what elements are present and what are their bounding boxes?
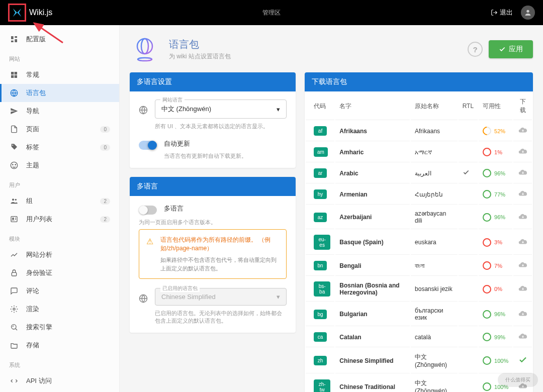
svg-point-14: [13, 164, 13, 165]
progress-ring: [483, 148, 491, 156]
download-button[interactable]: [513, 303, 532, 326]
auto-update-toggle[interactable]: [139, 141, 157, 150]
svg-rect-6: [11, 72, 14, 74]
table-row: zhChinese Simplified中文 (Zhōngwén)100%: [306, 348, 532, 373]
download-button[interactable]: [513, 142, 532, 162]
availability-pct: 7%: [494, 263, 502, 269]
svg-line-1: [34, 23, 63, 43]
chart-icon: [9, 250, 19, 260]
page-title: 语言包: [169, 38, 231, 51]
download-button[interactable]: [513, 277, 532, 302]
sidebar-item[interactable]: 网站分析: [0, 246, 119, 264]
tag-icon: [9, 142, 19, 152]
download-button[interactable]: [513, 163, 532, 183]
sidebar-item[interactable]: 用户列表2: [0, 210, 119, 228]
svg-line-25: [16, 329, 17, 330]
count-badge: 2: [100, 216, 110, 223]
lang-name: Arabic: [335, 163, 410, 183]
site-language-select[interactable]: 网站语言 中文 (Zhōngwén) ▾: [155, 100, 287, 119]
lang-native: bosanski jezik: [411, 277, 458, 302]
svg-point-30: [138, 58, 152, 61]
warning-icon: ⚠: [146, 237, 153, 272]
language-icon: [139, 294, 148, 305]
multilang-toggle[interactable]: [139, 206, 157, 215]
sidebar-item[interactable]: API 访问: [0, 372, 119, 390]
table-row: bs-baBosnian (Bosnia and Herzegovina)bos…: [306, 277, 532, 302]
lang-rtl: [459, 206, 478, 229]
help-button[interactable]: ?: [468, 42, 483, 57]
progress-ring: [483, 310, 491, 319]
download-button[interactable]: [513, 327, 532, 347]
download-button[interactable]: [513, 348, 532, 373]
lang-rtl: [459, 327, 478, 347]
availability-pct: 52%: [494, 128, 505, 134]
sidebar-item[interactable]: 组2: [0, 192, 119, 210]
availability-pct: 1%: [494, 149, 502, 155]
lang-rtl: [459, 163, 478, 183]
avatar[interactable]: [521, 6, 535, 20]
sidebar-item[interactable]: 评论: [0, 282, 119, 300]
download-button[interactable]: [513, 184, 532, 205]
lang-table: 代码 名字 原始名称 RTL 可用性 下载 afAfrikaansAfrikaa…: [305, 91, 533, 392]
download-button[interactable]: [513, 230, 532, 255]
warning-box: ⚠ 语言包代码将作为所有路径的前缀。 （例如/zh/page-name） 如果路…: [139, 229, 287, 279]
lang-code: bn: [314, 261, 327, 270]
lang-name: Bosnian (Bosnia and Herzegovina): [335, 277, 410, 302]
svg-point-12: [12, 145, 13, 146]
app-logo[interactable]: [8, 4, 26, 22]
settings-card-title: 多语言设置: [130, 72, 296, 91]
page-icon: [9, 124, 19, 134]
enabled-langs-select: 已启用的语言包 Chinese Simplified ▾: [155, 288, 287, 306]
sidebar-item[interactable]: 常规: [0, 66, 119, 84]
api-icon: [9, 376, 19, 386]
sidebar-item[interactable]: 主题: [0, 156, 119, 174]
lang-native: 中文 (Zhōngwén): [411, 348, 458, 373]
lang-native: azərbaycan dili: [411, 206, 458, 229]
lang-rtl: [459, 348, 478, 373]
sidebar-item[interactable]: 渲染: [0, 300, 119, 318]
progress-ring: [483, 238, 491, 247]
lang-code: af: [314, 126, 327, 136]
sidebar-item[interactable]: 语言包: [0, 84, 119, 102]
topbar: Wiki.js 管理区 退出: [0, 0, 543, 25]
lang-code: hy: [314, 189, 327, 199]
progress-ring: [483, 213, 491, 222]
sidebar-item[interactable]: 搜索引擎: [0, 318, 119, 336]
lang-native: বাংলা: [411, 256, 458, 276]
lang-native: català: [411, 327, 458, 347]
download-card: 下载语言包 代码 名字 原始名称 RTL 可用性 下载 afAfrikaansA…: [305, 72, 533, 392]
progress-ring: [483, 261, 491, 270]
dashboard-icon: [9, 70, 19, 80]
annotation-arrow: [30, 20, 65, 47]
lang-name: Catalan: [335, 327, 410, 347]
logout-button[interactable]: 退出: [491, 8, 513, 17]
sidebar-item[interactable]: 页面0: [0, 120, 119, 138]
lang-code: am: [314, 147, 328, 157]
apply-button[interactable]: 应用: [489, 40, 533, 58]
svg-rect-4: [15, 39, 17, 42]
availability-pct: 99%: [494, 334, 505, 340]
palette-icon: [9, 160, 19, 170]
lang-rtl: [459, 230, 478, 255]
sidebar-item[interactable]: 导航: [0, 102, 119, 120]
table-row: azAzerbaijaniazərbaycan dili96%: [306, 206, 532, 229]
sidebar: 配置版 网站常规语言包导航页面0标签0主题用户组2用户列表2模块网站分析身份验证…: [0, 25, 120, 392]
folder-icon: [9, 340, 19, 350]
lang-code: eu-es: [314, 235, 330, 250]
svg-rect-18: [11, 217, 17, 222]
sidebar-item[interactable]: 存储: [0, 336, 119, 354]
sidebar-item[interactable]: 标签0: [0, 138, 119, 156]
table-row: hyArmenianՀայերեն77%: [306, 184, 532, 205]
lang-rtl: [459, 142, 478, 162]
lang-native: Afrikaans: [411, 121, 458, 141]
lang-code: bs-ba: [314, 281, 330, 297]
progress-ring: [483, 285, 491, 293]
lang-code: zh: [314, 356, 327, 365]
download-button[interactable]: [513, 256, 532, 276]
download-button[interactable]: [513, 206, 532, 229]
multilang-card: 多语言 多语言 为同一页面启用多个语言版本。 ⚠ 语言包代码将作: [130, 177, 296, 333]
sidebar-item[interactable]: 身份验证: [0, 264, 119, 282]
download-button[interactable]: [513, 121, 532, 141]
lang-name: Chinese Traditional: [335, 374, 410, 392]
lock-icon: [9, 268, 19, 278]
